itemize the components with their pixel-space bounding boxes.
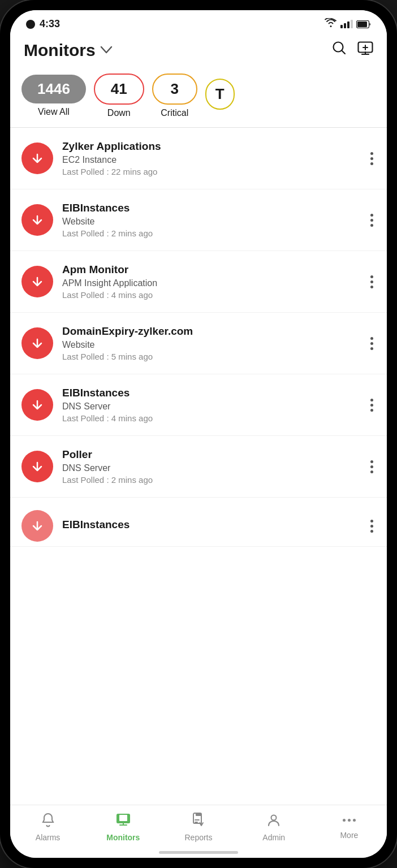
camera-dot <box>26 20 35 29</box>
monitor-info: Poller DNS Server Last Polled : 2 mins a… <box>62 448 359 485</box>
reports-label: Reports <box>184 833 212 842</box>
search-icon[interactable] <box>331 40 347 60</box>
sidebar-item-admin[interactable]: Admin <box>236 812 312 842</box>
status-down-icon <box>21 204 53 236</box>
home-indicator <box>10 847 387 858</box>
view-all-badge[interactable]: 1446 <box>21 75 86 103</box>
monitor-name: EIBInstances <box>62 387 359 399</box>
monitor-type: Website <box>62 217 359 227</box>
status-right <box>325 18 371 30</box>
filter-row: 1446 View All 41 Down 3 Critical T <box>10 69 387 127</box>
monitor-type: DNS Server <box>62 463 359 473</box>
monitor-info: EIBInstances <box>62 519 359 533</box>
phone-frame: 4:33 <box>0 0 397 868</box>
status-down-icon <box>21 510 53 542</box>
header-actions <box>331 40 373 60</box>
header-title-row[interactable]: Monitors <box>24 41 113 60</box>
monitors-label: Monitors <box>106 833 140 842</box>
table-row[interactable]: Apm Monitor APM Insight Application Last… <box>10 251 387 313</box>
status-left: 4:33 <box>26 18 60 30</box>
wifi-icon <box>325 18 337 30</box>
monitor-type: APM Insight Application <box>62 278 359 288</box>
svg-rect-1 <box>357 21 367 27</box>
monitor-menu-button[interactable] <box>368 211 376 229</box>
admin-icon <box>266 812 282 830</box>
battery-icon <box>356 20 371 28</box>
admin-label: Admin <box>262 833 285 842</box>
down-badge[interactable]: 41 <box>94 74 144 105</box>
view-all-label: View All <box>38 107 70 117</box>
table-row[interactable]: Poller DNS Server Last Polled : 2 mins a… <box>10 436 387 498</box>
table-row[interactable]: DomainExpiry-zylker.com Website Last Pol… <box>10 313 387 374</box>
page-title: Monitors <box>24 41 96 60</box>
down-label: Down <box>107 108 131 118</box>
monitor-menu-button[interactable] <box>368 335 376 352</box>
bell-icon <box>40 812 56 830</box>
status-down-icon <box>21 389 53 421</box>
monitor-list: Zylker Applications EC2 Instance Last Po… <box>10 128 387 805</box>
add-monitor-icon[interactable] <box>357 40 373 60</box>
status-down-icon <box>21 266 53 297</box>
filter-critical[interactable]: 3 Critical <box>152 74 197 118</box>
chevron-down-icon[interactable] <box>100 44 113 57</box>
monitor-type: EC2 Instance <box>62 155 359 165</box>
monitor-name: EIBInstances <box>62 202 359 214</box>
alarms-label: Alarms <box>36 833 61 842</box>
monitor-name: EIBInstances <box>62 519 359 531</box>
table-row[interactable]: EIBInstances Website Last Polled : 2 min… <box>10 189 387 251</box>
more-label: More <box>340 831 358 840</box>
monitor-polled: Last Polled : 5 mins ago <box>62 352 359 361</box>
monitor-info: Apm Monitor APM Insight Application Last… <box>62 264 359 300</box>
critical-label: Critical <box>161 108 188 118</box>
table-row[interactable]: EIBInstances DNS Server Last Polled : 4 … <box>10 374 387 436</box>
monitor-name: Poller <box>62 448 359 461</box>
bottom-nav: Alarms Monitors <box>10 805 387 847</box>
svg-point-8 <box>271 815 277 821</box>
svg-rect-7 <box>196 813 201 816</box>
status-down-icon <box>21 142 53 174</box>
monitor-menu-button[interactable] <box>368 458 376 476</box>
signal-icon <box>340 20 353 28</box>
status-down-icon <box>21 327 53 359</box>
svg-rect-5 <box>119 815 127 821</box>
sidebar-item-alarms[interactable]: Alarms <box>10 812 85 842</box>
sidebar-item-reports[interactable]: Reports <box>161 812 236 842</box>
table-row[interactable]: EIBInstances <box>10 498 387 547</box>
monitor-icon <box>115 812 131 830</box>
table-row[interactable]: Zylker Applications EC2 Instance Last Po… <box>10 128 387 189</box>
filter-down[interactable]: 41 Down <box>94 74 144 118</box>
monitor-menu-button[interactable] <box>368 517 376 535</box>
monitor-menu-button[interactable] <box>368 396 376 414</box>
more-icon <box>343 812 356 828</box>
monitor-polled: Last Polled : 22 mins ago <box>62 167 359 176</box>
monitor-polled: Last Polled : 4 mins ago <box>62 290 359 300</box>
sidebar-item-more[interactable]: More <box>312 812 387 842</box>
header: Monitors <box>10 34 387 69</box>
monitor-polled: Last Polled : 2 mins ago <box>62 475 359 485</box>
monitor-polled: Last Polled : 4 mins ago <box>62 413 359 423</box>
monitor-menu-button[interactable] <box>368 150 376 167</box>
status-down-icon <box>21 451 53 482</box>
home-bar <box>159 851 238 854</box>
reports-icon <box>191 812 206 830</box>
status-time: 4:33 <box>40 18 60 30</box>
monitor-info: EIBInstances DNS Server Last Polled : 4 … <box>62 387 359 423</box>
monitor-name: Apm Monitor <box>62 264 359 276</box>
filter-trouble[interactable]: T <box>205 79 235 113</box>
monitor-info: Zylker Applications EC2 Instance Last Po… <box>62 140 359 176</box>
monitor-name: Zylker Applications <box>62 140 359 153</box>
monitor-type: Website <box>62 340 359 350</box>
phone-screen: 4:33 <box>10 10 387 858</box>
monitor-info: DomainExpiry-zylker.com Website Last Pol… <box>62 325 359 361</box>
svg-point-2 <box>334 42 343 52</box>
monitor-menu-button[interactable] <box>368 273 376 291</box>
trouble-badge[interactable]: T <box>205 79 235 110</box>
sidebar-item-monitors[interactable]: Monitors <box>85 812 161 842</box>
filter-view-all[interactable]: 1446 View All <box>21 75 86 117</box>
status-bar: 4:33 <box>10 10 387 34</box>
critical-badge[interactable]: 3 <box>152 74 197 105</box>
monitor-polled: Last Polled : 2 mins ago <box>62 228 359 238</box>
monitor-info: EIBInstances Website Last Polled : 2 min… <box>62 202 359 238</box>
monitor-name: DomainExpiry-zylker.com <box>62 325 359 338</box>
monitor-type: DNS Server <box>62 401 359 412</box>
